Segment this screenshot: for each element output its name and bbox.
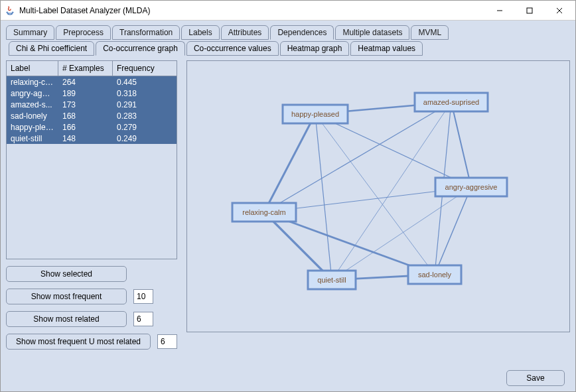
table-row[interactable]: relaxing-ca...2640.445: [7, 76, 177, 88]
subtab-heatmap-values[interactable]: Heatmap values: [350, 41, 423, 56]
cell-label: quiet-still: [7, 133, 58, 144]
subtab-heatmap-graph[interactable]: Heatmap graph: [280, 41, 350, 56]
th-frequency[interactable]: Frequency: [113, 61, 177, 76]
cell-examples: 148: [58, 133, 113, 144]
table-row[interactable]: sad-lonely1680.283: [7, 110, 177, 121]
cell-label: relaxing-ca...: [7, 77, 58, 88]
graph-node-amazed-suprised[interactable]: amazed-suprised: [415, 93, 488, 111]
main-tabs: SummaryPreprocessTransformationLabelsAtt…: [6, 25, 570, 39]
table-body[interactable]: relaxing-ca...2640.445angry-aggr...1890.…: [7, 76, 177, 259]
window-controls: [484, 1, 574, 20]
cell-label: angry-aggr...: [7, 88, 58, 99]
graph-edge: [315, 114, 332, 280]
show-most-related-button[interactable]: Show most related: [6, 311, 127, 327]
tab-mvml[interactable]: MVML: [411, 25, 449, 40]
cell-label: happy-plea...: [7, 122, 58, 133]
svg-text:quiet-still: quiet-still: [317, 276, 346, 284]
table-header: Label # Examples Frequency: [7, 61, 177, 76]
tab-multiple-datasets[interactable]: Multiple datasets: [335, 25, 409, 40]
cell-frequency: 0.249: [113, 133, 177, 144]
graph-node-quiet-still[interactable]: quiet-still: [308, 271, 356, 289]
table-row[interactable]: amazed-s...1730.291: [7, 99, 177, 110]
th-label[interactable]: Label: [7, 61, 58, 76]
subtab-co-occurrence-graph[interactable]: Co-occurrence graph: [96, 41, 185, 56]
graph-edge: [451, 102, 471, 187]
graph-node-happy-pleased[interactable]: happy-pleased: [283, 105, 348, 123]
graph-edge: [435, 187, 471, 275]
tab-dependences[interactable]: Dependences: [270, 25, 334, 40]
cell-examples: 166: [58, 122, 113, 133]
cell-label: sad-lonely: [7, 111, 58, 121]
graph-panel: happy-pleasedamazed-suprisedangry-aggres…: [186, 60, 570, 332]
th-examples[interactable]: # Examples: [58, 61, 113, 76]
tab-attributes[interactable]: Attributes: [221, 25, 269, 40]
graph-node-angry-aggresive[interactable]: angry-aggresive: [435, 178, 507, 196]
graph-node-sad-lonely[interactable]: sad-lonely: [408, 265, 461, 284]
app-window: Multi-Label Dataset Analyzer (MLDA) Summ…: [0, 0, 576, 392]
cell-examples: 189: [58, 88, 113, 99]
svg-text:amazed-suprised: amazed-suprised: [423, 98, 479, 106]
svg-text:sad-lonely: sad-lonely: [418, 271, 452, 279]
tab-preprocess[interactable]: Preprocess: [56, 25, 111, 40]
tab-summary[interactable]: Summary: [6, 25, 54, 40]
cell-examples: 168: [58, 111, 113, 121]
table-row[interactable]: quiet-still1480.249: [7, 133, 177, 144]
cell-label: amazed-s...: [7, 99, 58, 110]
cell-frequency: 0.279: [113, 122, 177, 133]
most-frequent-input[interactable]: [133, 289, 153, 304]
tab-transformation[interactable]: Transformation: [112, 25, 180, 40]
svg-rect-1: [527, 8, 532, 13]
graph-edge: [332, 102, 451, 280]
show-selected-button[interactable]: Show selected: [6, 266, 127, 282]
left-column: Label # Examples Frequency relaxing-ca..…: [6, 60, 177, 350]
table-row[interactable]: angry-aggr...1890.318: [7, 88, 177, 99]
tab-labels[interactable]: Labels: [181, 25, 219, 40]
window-title: Multi-Label Dataset Analyzer (MLDA): [19, 6, 484, 15]
maximize-button[interactable]: [514, 1, 544, 20]
most-related-input[interactable]: [133, 312, 153, 326]
label-table: Label # Examples Frequency relaxing-ca..…: [6, 60, 177, 259]
show-most-frequent-button[interactable]: Show most frequent: [6, 289, 127, 304]
svg-text:angry-aggresive: angry-aggresive: [445, 183, 498, 191]
cell-frequency: 0.283: [113, 111, 177, 121]
close-button[interactable]: [544, 1, 574, 20]
content-area: SummaryPreprocessTransformationLabelsAtt…: [1, 21, 575, 391]
save-button[interactable]: Save: [506, 370, 565, 386]
graph-node-relaxing-calm[interactable]: relaxing-calm: [232, 203, 296, 222]
titlebar: Multi-Label Dataset Analyzer (MLDA): [1, 1, 575, 21]
cell-frequency: 0.445: [113, 77, 177, 88]
show-frequent-u-related-button[interactable]: Show most frequent U most related: [6, 334, 151, 350]
frequent-u-related-input[interactable]: [157, 334, 177, 349]
subtab-chi-phi-coefficient[interactable]: Chi & Phi coefficient: [9, 41, 94, 56]
cell-frequency: 0.318: [113, 88, 177, 99]
sub-tabs: Chi & Phi coefficientCo-occurrence graph…: [9, 40, 570, 55]
cell-examples: 264: [58, 77, 113, 88]
java-icon: [5, 5, 15, 16]
minimize-button[interactable]: [484, 1, 514, 20]
table-row[interactable]: happy-plea...1660.279: [7, 121, 177, 133]
subtab-co-occurrence-values[interactable]: Co-occurrence values: [186, 41, 279, 56]
cell-frequency: 0.291: [113, 99, 177, 110]
main-area: Label # Examples Frequency relaxing-ca..…: [6, 60, 570, 350]
graph-edge: [315, 114, 435, 275]
graph-edge: [315, 114, 471, 187]
svg-text:happy-pleased: happy-pleased: [291, 110, 339, 118]
cooccurrence-graph[interactable]: happy-pleasedamazed-suprisedangry-aggres…: [187, 61, 569, 332]
cell-examples: 173: [58, 99, 113, 110]
svg-text:relaxing-calm: relaxing-calm: [242, 208, 285, 216]
